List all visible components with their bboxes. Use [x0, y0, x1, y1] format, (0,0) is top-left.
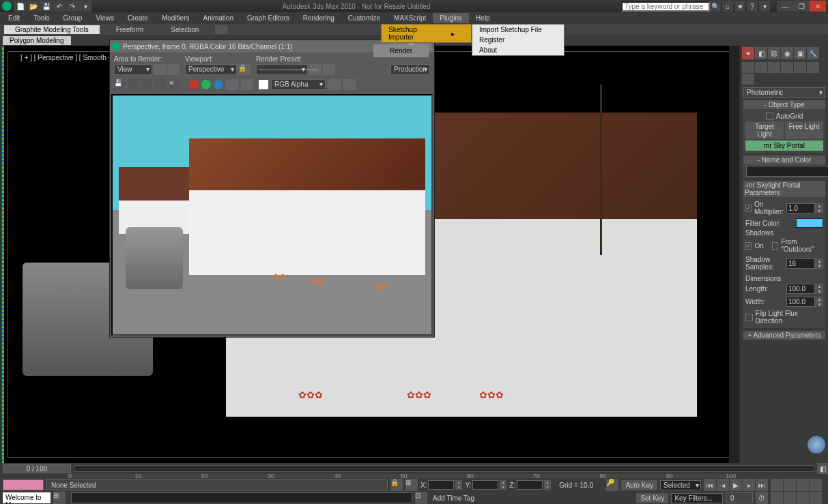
rollout-object-type[interactable]: - Object Type	[743, 100, 825, 109]
area-to-render-select[interactable]: View	[114, 64, 152, 75]
hierarchy-tab-icon[interactable]: ⛓	[768, 47, 780, 59]
menu-edit[interactable]: Edit	[1, 13, 27, 23]
transform-type-icon[interactable]: ⊞	[405, 479, 418, 491]
x-coord-input[interactable]	[428, 480, 454, 490]
menu-maxscript[interactable]: MAXScript	[387, 13, 433, 23]
help-search-input[interactable]	[621, 1, 710, 12]
viewport-select[interactable]: Perspective	[185, 64, 237, 75]
clone-image-icon[interactable]	[141, 79, 152, 90]
submenu-about[interactable]: About	[472, 45, 564, 55]
red-channel-icon[interactable]	[189, 80, 199, 89]
orbit-icon[interactable]	[784, 492, 796, 504]
timeline-ruler[interactable]: 010 2030 4050 6070 8090 100	[68, 474, 732, 478]
modify-tab-icon[interactable]: ◧	[755, 47, 767, 59]
spin-up-icon[interactable]: ▴	[815, 203, 823, 208]
submenu-import-file[interactable]: Import Sketchup File	[472, 25, 564, 35]
from-outdoors-checkbox[interactable]	[772, 242, 778, 250]
geometry-cat-icon[interactable]	[742, 62, 754, 73]
print-image-icon[interactable]	[155, 79, 166, 90]
app-icon[interactable]	[2, 1, 12, 11]
green-channel-icon[interactable]	[201, 80, 211, 89]
time-config-icon[interactable]: ⏱	[756, 492, 768, 504]
rollout-advanced[interactable]: + Advanced Parameters	[743, 331, 825, 340]
systems-cat-icon[interactable]	[742, 74, 754, 85]
maximize-button[interactable]: ❐	[793, 1, 810, 12]
subtab-polygon-modeling[interactable]: Polygon Modeling	[3, 36, 71, 45]
shadow-samples-input[interactable]	[786, 258, 815, 269]
setkey-button[interactable]: Set Key	[636, 493, 668, 503]
category-select[interactable]: Photometric	[743, 87, 825, 98]
add-time-tag[interactable]: Add Time Tag	[433, 494, 474, 502]
cameras-cat-icon[interactable]	[781, 62, 793, 73]
filter-color-swatch[interactable]	[796, 218, 823, 228]
communication-icon[interactable]: ⌂	[722, 1, 733, 12]
script-listener-panel[interactable]	[3, 479, 44, 490]
region-icon[interactable]	[154, 64, 166, 75]
current-frame-input[interactable]: 0	[726, 492, 753, 503]
tab-freeform[interactable]: Freeform	[105, 25, 155, 34]
y-coord-input[interactable]	[472, 480, 498, 490]
help-icon[interactable]: ?	[747, 1, 758, 12]
width-input[interactable]	[786, 297, 815, 307]
menu-customize[interactable]: Customize	[341, 13, 387, 23]
spacewarps-cat-icon[interactable]	[807, 62, 819, 73]
menu-animation[interactable]: Animation	[196, 13, 240, 23]
viewport-scrollbar[interactable]	[729, 46, 739, 463]
lights-cat-icon[interactable]	[768, 62, 780, 73]
close-button[interactable]: ✕	[810, 1, 826, 12]
save-icon[interactable]: 💾	[40, 1, 53, 12]
sky-portal-button[interactable]: mr Sky Portal	[745, 140, 823, 151]
tab-selection[interactable]: Selection	[160, 25, 210, 34]
multiplier-input[interactable]	[786, 203, 815, 213]
flip-flux-checkbox[interactable]	[745, 314, 753, 321]
helpers-cat-icon[interactable]	[794, 62, 806, 73]
alpha-channel-icon[interactable]	[226, 79, 238, 90]
maximize-viewport-icon[interactable]	[797, 492, 809, 504]
qat-dropdown-icon[interactable]: ▾	[79, 1, 91, 12]
zoom-all-icon[interactable]	[784, 479, 796, 491]
prev-frame-icon[interactable]: ◂	[717, 479, 729, 491]
keymode-icon[interactable]: 🔑	[606, 479, 618, 491]
new-icon[interactable]: 📄	[14, 1, 27, 12]
lock-selection-icon[interactable]: 🔒	[390, 479, 403, 491]
menu-group[interactable]: Group	[57, 13, 89, 23]
minimize-button[interactable]: —	[777, 1, 793, 12]
viewcube-icon[interactable]	[808, 436, 825, 454]
menu-modifiers[interactable]: Modifiers	[155, 13, 197, 23]
menu-tools[interactable]: Tools	[27, 13, 56, 23]
redo-icon[interactable]: ↷	[66, 1, 78, 12]
walk-icon[interactable]	[810, 492, 822, 504]
menu-plugins[interactable]: Plugins	[433, 13, 469, 23]
next-frame-icon[interactable]: ▸	[743, 479, 755, 491]
ribbon-expand-icon[interactable]	[215, 25, 227, 34]
search-icon[interactable]: 🔍	[710, 1, 721, 12]
bg-color-swatch[interactable]	[259, 80, 268, 89]
toggle-overlay-icon[interactable]	[328, 79, 341, 90]
keymode-select[interactable]: Selected	[660, 480, 701, 490]
isolate-icon[interactable]: ⊡	[415, 492, 427, 504]
undo-icon[interactable]: ↶	[53, 1, 66, 12]
tab-graphite-modeling[interactable]: Graphite Modeling Tools	[4, 25, 100, 34]
menu-graph-editors[interactable]: Graph Editors	[240, 13, 296, 23]
channel-select[interactable]: RGB Alpha	[271, 79, 326, 90]
lock-viewport-icon[interactable]: 🔒	[238, 64, 251, 75]
copy-image-icon[interactable]	[128, 79, 139, 90]
rollout-portal-params[interactable]: -mr Skylight Portal Parameters	[743, 181, 825, 197]
target-light-button[interactable]: Target Light	[745, 121, 784, 139]
shapes-cat-icon[interactable]	[755, 62, 767, 73]
zoom-icon[interactable]	[771, 479, 783, 491]
play-icon[interactable]: ▶	[730, 479, 742, 491]
zoom-extents-icon[interactable]	[797, 479, 809, 491]
goto-start-icon[interactable]: ⏮	[704, 479, 716, 491]
free-light-button[interactable]: Free Light	[785, 121, 823, 139]
render-preset-select[interactable]: --------------------------	[256, 64, 308, 75]
render-mode-select[interactable]: Production	[390, 64, 430, 75]
save-image-icon[interactable]: 💾	[114, 79, 125, 90]
menu-views[interactable]: Views	[89, 13, 121, 23]
render-button[interactable]: Render	[373, 44, 429, 57]
rendered-image[interactable]	[113, 95, 431, 334]
environment-icon[interactable]	[323, 64, 335, 75]
autogrid-checkbox[interactable]	[766, 113, 773, 120]
help-dropdown-icon[interactable]: ▾	[759, 1, 770, 12]
fov-icon[interactable]	[810, 479, 822, 491]
